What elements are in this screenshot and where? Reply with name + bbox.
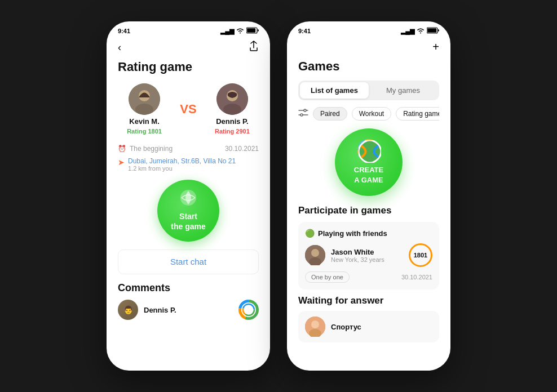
- comment-score: [238, 300, 259, 320]
- player-2: Dennis P. Rating 2901: [215, 83, 250, 135]
- create-game-wrapper: CREATE A GAME: [298, 128, 439, 196]
- svg-point-23: [311, 320, 319, 328]
- game-card-title: Playing with friends: [318, 229, 387, 238]
- right-battery-icon: [427, 27, 439, 35]
- waiting-avatar: [305, 317, 325, 337]
- start-game-icon: [180, 190, 196, 209]
- right-wifi-icon: [417, 28, 425, 35]
- game-card-playing-with-friends[interactable]: 🟢 Playing with friends Jason White New Y…: [298, 222, 439, 289]
- beginning-label: The beggining: [130, 145, 173, 153]
- location-row: ➤ Dubai, Jumeirah, Str.6B, Villa No 21 1…: [118, 157, 259, 172]
- participate-title: Participate in games: [298, 205, 439, 216]
- filter-workout[interactable]: Workout: [352, 107, 391, 121]
- score-donut: [238, 300, 259, 320]
- right-signal-icon: ▂▄▆: [401, 28, 414, 35]
- jason-white-info: Jason White New York, 32 years: [331, 248, 403, 263]
- scene: 9:41 ▂▄▆ ‹ Rating game: [0, 0, 557, 392]
- player1-name: Kevin M.: [129, 117, 159, 126]
- create-game-button[interactable]: CREATE A GAME: [335, 128, 403, 196]
- right-status-bar: 9:41 ▂▄▆: [287, 21, 450, 38]
- game-card-header: 🟢 Playing with friends: [305, 229, 432, 238]
- player2-rating-value: 2901: [236, 128, 249, 135]
- right-status-icons: ▂▄▆: [401, 27, 439, 35]
- vs-section: Kevin M. Rating 1801 VS: [118, 83, 259, 135]
- waiting-card[interactable]: Спортус: [298, 311, 439, 342]
- game-tag: One by one: [305, 271, 350, 283]
- player1-rating: Rating 1801: [127, 128, 162, 135]
- jason-white-sub: New York, 32 years: [331, 256, 403, 263]
- game-date: 30.10.2021: [225, 145, 259, 153]
- left-time: 9:41: [118, 28, 130, 34]
- back-button[interactable]: ‹: [118, 42, 121, 54]
- tab-group: List of games My games: [298, 81, 439, 100]
- svg-point-20: [311, 249, 319, 257]
- score-inner: [241, 302, 256, 317]
- svg-point-17: [300, 114, 303, 116]
- player2-rating: Rating 2901: [215, 128, 250, 135]
- games-title: Games: [298, 59, 439, 74]
- left-content: ‹ Rating game: [107, 38, 270, 371]
- svg-rect-1: [247, 28, 255, 33]
- info-beginning: ⏰ The beggining: [118, 145, 173, 153]
- start-chat-button: Start chat: [170, 257, 206, 266]
- filter-rating-games[interactable]: Rating games: [396, 107, 439, 121]
- left-phone: 9:41 ▂▄▆ ‹ Rating game: [107, 21, 270, 371]
- filter-row: Paired Workout Rating games: [298, 107, 439, 121]
- tab-my-games[interactable]: My games: [369, 82, 437, 99]
- info-beginning-row: ⏰ The beggining 30.10.2021: [118, 144, 259, 154]
- tennis-ball-icon: [357, 139, 380, 162]
- tab-list-of-games[interactable]: List of games: [300, 82, 369, 99]
- add-game-button[interactable]: +: [432, 41, 439, 54]
- game-card-footer: One by one 30.10.2021: [305, 271, 432, 283]
- left-page-title: Rating game: [118, 60, 259, 74]
- player2-avatar: [216, 83, 248, 115]
- left-status-bar: 9:41 ▂▄▆: [107, 21, 270, 38]
- battery-icon: [246, 27, 259, 35]
- jason-white-avatar: [305, 245, 325, 265]
- filter-paired[interactable]: Paired: [313, 107, 347, 121]
- playing-with-friends-icon: 🟢: [305, 229, 315, 238]
- location-icon: ➤: [118, 158, 125, 167]
- right-phone: 9:41 ▂▄▆ + Games List of games My games: [287, 21, 450, 371]
- create-line2: A GAME: [354, 175, 383, 185]
- location-distance: 1.2 km from you: [128, 165, 236, 172]
- waiting-title: Waiting for answer: [298, 295, 439, 306]
- svg-point-7: [223, 104, 241, 115]
- share-button[interactable]: [249, 41, 259, 54]
- commenter-avatar: 👨: [118, 300, 138, 320]
- svg-point-4: [135, 104, 153, 115]
- jason-white-rating: 1801: [409, 243, 432, 267]
- location-address: Dubai, Jumeirah, Str.6B, Villa No 21: [128, 157, 236, 165]
- vs-label: VS: [180, 102, 196, 117]
- right-content: + Games List of games My games Paired Wo…: [287, 38, 450, 371]
- jason-white-name: Jason White: [331, 248, 403, 256]
- left-navigation: ‹: [118, 38, 259, 60]
- create-line1: CREATE: [354, 165, 383, 175]
- start-game-wrapper: Start the game: [118, 180, 259, 242]
- start-line2: the game: [171, 221, 205, 231]
- waiting-player-name: Спортус: [331, 323, 361, 331]
- location-info: Dubai, Jumeirah, Str.6B, Villa No 21 1.2…: [128, 157, 236, 172]
- player1-rating-value: 1801: [148, 128, 161, 135]
- game-card-date: 30.10.2021: [401, 274, 432, 280]
- start-line1: Start: [179, 211, 197, 221]
- svg-rect-13: [427, 28, 436, 33]
- right-time: 9:41: [298, 28, 311, 34]
- player1-avatar: [129, 83, 160, 115]
- comments-title: Comments: [118, 282, 259, 294]
- start-game-button[interactable]: Start the game: [157, 180, 219, 242]
- left-status-icons: ▂▄▆: [220, 27, 259, 35]
- clock-icon: ⏰: [118, 145, 126, 153]
- signal-icon: ▂▄▆: [220, 28, 234, 35]
- filter-settings-icon[interactable]: [298, 109, 308, 119]
- wifi-icon: [236, 28, 244, 35]
- player-1: Kevin M. Rating 1801: [127, 83, 162, 135]
- commenter-name: Dennis P.: [144, 306, 176, 314]
- svg-point-16: [304, 109, 306, 112]
- right-navigation: +: [298, 38, 439, 59]
- player2-name: Dennis P.: [216, 117, 249, 126]
- start-chat-wrapper[interactable]: Start chat: [118, 250, 259, 274]
- game-card-body: Jason White New York, 32 years 1801: [305, 243, 432, 267]
- comment-row: 👨 Dennis P.: [118, 300, 259, 320]
